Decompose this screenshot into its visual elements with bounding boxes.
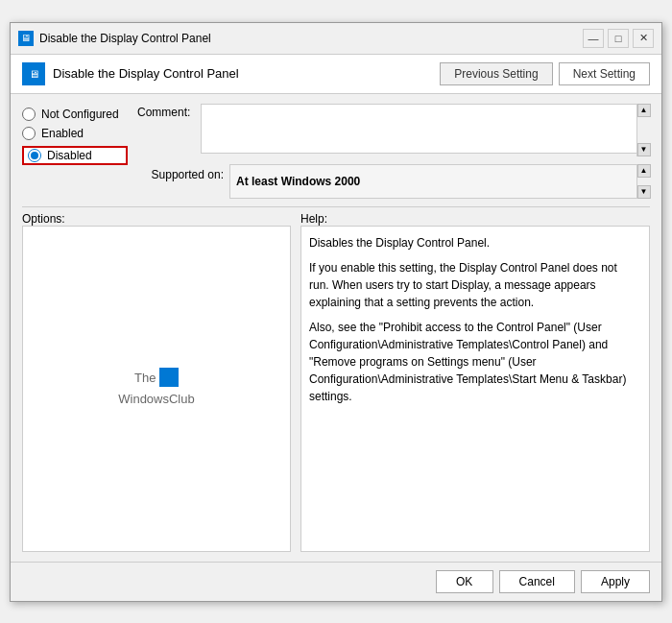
disabled-label: Disabled (47, 149, 92, 162)
help-para-2: If you enable this setting, the Display … (309, 259, 639, 311)
help-column: Disables the Display Control Panel. If y… (300, 226, 650, 552)
disabled-option[interactable]: Disabled (22, 146, 128, 165)
scroll-track (637, 117, 650, 143)
title-bar-left: 🖥 Disable the Display Control Panel (18, 31, 211, 46)
options-panel: The WindowsClub (22, 226, 291, 552)
enabled-option[interactable]: Enabled (22, 127, 128, 140)
supported-scroll-down[interactable]: ▼ (637, 185, 651, 199)
help-panel: Disables the Display Control Panel. If y… (300, 226, 650, 552)
comment-scrollbar[interactable]: ▲ ▼ (636, 104, 650, 156)
watermark-line2: WindowsClub (118, 391, 194, 408)
ok-button[interactable]: OK (436, 570, 493, 593)
supported-scroll-track (637, 178, 650, 185)
close-button[interactable]: ✕ (633, 29, 654, 48)
header-icon: 🖥 (22, 62, 45, 85)
supported-scroll-up[interactable]: ▲ (637, 164, 651, 178)
main-window: 🖥 Disable the Display Control Panel — □ … (10, 22, 662, 602)
scroll-up-arrow[interactable]: ▲ (637, 104, 651, 117)
header-buttons: Previous Setting Next Setting (440, 62, 650, 85)
title-bar: 🖥 Disable the Display Control Panel — □ … (11, 23, 661, 55)
top-section: Not Configured Enabled Disabled Comment: (22, 104, 650, 199)
comment-section: Comment: ▲ ▼ (137, 104, 650, 156)
scroll-down-arrow[interactable]: ▼ (637, 143, 651, 156)
footer-buttons: OK Cancel Apply (11, 562, 661, 601)
minimize-button[interactable]: — (583, 29, 604, 48)
disabled-radio[interactable] (28, 149, 41, 162)
options-label: Options: (22, 212, 65, 226)
help-label: Help: (300, 212, 327, 226)
supported-scrollbar[interactable]: ▲ ▼ (636, 164, 650, 199)
not-configured-radio[interactable] (22, 108, 36, 121)
watermark-icon (159, 368, 179, 387)
radio-group: Not Configured Enabled Disabled (22, 104, 128, 199)
not-configured-label: Not Configured (41, 108, 119, 121)
options-help-labels: Options: Help: (22, 211, 650, 226)
options-column: The WindowsClub (22, 226, 291, 552)
watermark: The WindowsClub (118, 368, 194, 408)
enabled-radio[interactable] (22, 127, 36, 140)
options-help-panels: The WindowsClub Disables the Display Con… (22, 226, 650, 552)
divider (22, 206, 650, 207)
help-text: Disables the Display Control Panel. If y… (309, 234, 639, 405)
help-para-3: Also, see the "Prohibit access to the Co… (309, 319, 639, 405)
comment-textarea[interactable] (201, 104, 650, 154)
window-controls: — □ ✕ (583, 29, 654, 48)
cancel-button[interactable]: Cancel (499, 570, 575, 593)
maximize-button[interactable]: □ (608, 29, 629, 48)
right-section: Comment: ▲ ▼ Supported on: At (137, 104, 650, 199)
radio-dot (31, 152, 38, 159)
supported-value: At least Windows 2000 (229, 164, 650, 199)
supported-section: Supported on: At least Windows 2000 ▲ ▼ (137, 164, 650, 199)
watermark-line1: The (118, 368, 194, 391)
dialog-content: Not Configured Enabled Disabled Comment: (11, 94, 661, 562)
window-icon: 🖥 (18, 31, 34, 46)
comment-label: Comment: (137, 104, 195, 119)
comment-box-wrapper: ▲ ▼ (201, 104, 650, 156)
dialog-title: Disable the Display Control Panel (53, 66, 239, 81)
supported-label: Supported on: (137, 164, 224, 181)
dialog-header-left: 🖥 Disable the Display Control Panel (22, 62, 239, 85)
supported-box-wrapper: At least Windows 2000 ▲ ▼ (229, 164, 650, 199)
dialog-header: 🖥 Disable the Display Control Panel Prev… (11, 55, 661, 94)
help-para-1: Disables the Display Control Panel. (309, 234, 639, 252)
apply-button[interactable]: Apply (581, 570, 650, 593)
not-configured-option[interactable]: Not Configured (22, 108, 128, 121)
enabled-label: Enabled (41, 127, 84, 140)
prev-setting-button[interactable]: Previous Setting (440, 62, 552, 85)
next-setting-button[interactable]: Next Setting (559, 62, 650, 85)
window-title: Disable the Display Control Panel (39, 32, 211, 45)
supported-text: At least Windows 2000 (236, 175, 360, 188)
